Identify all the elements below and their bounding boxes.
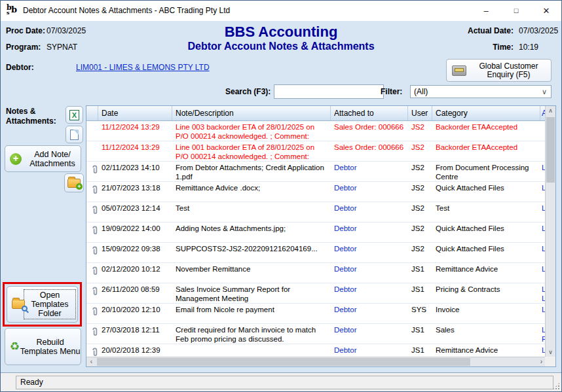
attachment-cell bbox=[86, 324, 98, 344]
col-header-user[interactable]: User bbox=[408, 106, 432, 120]
vertical-scroll-thumb[interactable] bbox=[546, 117, 555, 183]
table-row[interactable]: 02/11/2023 14:10From Debtor Attachments;… bbox=[86, 162, 546, 182]
table-row[interactable]: 11/12/2024 13:29Line 001 backorder ETA o… bbox=[86, 141, 546, 162]
date-cell: 20/02/2018 12:39 bbox=[98, 344, 172, 358]
close-button[interactable]: ✕ bbox=[531, 1, 561, 21]
paperclip-icon bbox=[92, 327, 98, 336]
attachment-cell bbox=[86, 202, 98, 222]
paperclip-icon bbox=[92, 226, 98, 235]
table-row[interactable]: 20/10/2020 12:10Email from Nicole re pay… bbox=[86, 304, 546, 324]
user-cell: JS2 bbox=[408, 243, 432, 262]
description-cell: Line 001 backorder ETA of 28/01/2025 on … bbox=[172, 141, 331, 161]
date-cell: 02/11/2023 14:10 bbox=[98, 162, 172, 181]
user-cell: JS2 bbox=[408, 162, 432, 181]
col-header-attached-to[interactable]: Attached to bbox=[331, 106, 408, 120]
table-row[interactable]: 21/07/2023 13:18Remittance Advice .docx;… bbox=[86, 182, 546, 202]
table-row[interactable]: 05/07/2023 12:14TestDebtorJS2TestL bbox=[86, 202, 546, 223]
attached-to-cell[interactable]: Debtor bbox=[331, 162, 408, 181]
open-templates-folder-button[interactable]: Open Templates Folder bbox=[7, 286, 78, 323]
user-cell: JS2 bbox=[408, 121, 432, 141]
table-row[interactable]: 20/02/2018 12:39DebtorJS1Remittance Advi… bbox=[86, 344, 546, 358]
paperclip-icon bbox=[92, 205, 98, 215]
debtor-label: Debtor: bbox=[6, 63, 34, 72]
table-row[interactable]: 02/12/2020 10:12November RemittanceDebto… bbox=[86, 263, 546, 283]
attached-to-cell[interactable]: Debtor bbox=[331, 182, 408, 202]
status-text: Ready bbox=[16, 376, 553, 389]
attachment-cell bbox=[86, 182, 98, 202]
attachment-cell bbox=[86, 141, 98, 161]
attached-to-cell[interactable]: Debtor bbox=[331, 263, 408, 283]
export-excel-button[interactable]: X bbox=[66, 106, 83, 124]
scroll-left-icon[interactable]: ‹ bbox=[86, 357, 96, 366]
attachment-cell bbox=[86, 243, 98, 262]
attached-to-cell[interactable]: Debtor bbox=[331, 324, 408, 344]
debtor-link[interactable]: LIM001 - LIMES & LEMONS PTY LTD bbox=[76, 63, 210, 72]
actual-date-value: 07/03/2025 bbox=[519, 26, 558, 35]
description-cell: Email from Nicole re payment bbox=[172, 304, 331, 323]
date-cell: 21/07/2023 13:18 bbox=[98, 182, 172, 202]
description-cell: Remittance Advice .docx; bbox=[172, 182, 331, 202]
global-customer-enquiry-button[interactable]: Global Customer Enquiry (F5) bbox=[446, 59, 552, 82]
category-cell: Invoice bbox=[432, 304, 540, 323]
attached-to-cell[interactable]: Debtor bbox=[331, 223, 408, 242]
table-row[interactable]: 11/12/2024 13:29Line 003 backorder ETA o… bbox=[86, 121, 546, 141]
horizontal-scroll-thumb[interactable] bbox=[97, 358, 470, 366]
maximize-button[interactable]: □ bbox=[501, 1, 531, 21]
table-row[interactable]: 27/03/2018 12:11Credit required for Marc… bbox=[86, 324, 546, 344]
scroll-up-icon[interactable]: ∧ bbox=[546, 106, 555, 116]
description-cell: Sales Invoice Summary Report for Managem… bbox=[172, 283, 331, 303]
user-cell: JS1 bbox=[408, 344, 432, 358]
scrollbar-corner bbox=[545, 357, 555, 366]
rebuild-templates-menu-button[interactable]: ♻ Rebuild Templates Menu bbox=[5, 328, 81, 365]
attached-to-cell: Sales Order: 000666 bbox=[331, 121, 408, 141]
attached-to-cell[interactable]: Debtor bbox=[331, 304, 408, 323]
attached-to-cell[interactable]: Debtor bbox=[331, 243, 408, 262]
table-row[interactable]: 19/09/2022 14:00Adding Notes & Attachmen… bbox=[86, 223, 546, 243]
table-row[interactable]: 15/09/2022 09:38SUPPCOSTS2-JS2-202209121… bbox=[86, 243, 546, 263]
date-cell: 11/12/2024 13:29 bbox=[98, 141, 172, 161]
user-cell: JS2 bbox=[408, 141, 432, 161]
user-cell: JS1 bbox=[408, 324, 432, 344]
date-cell: 27/03/2018 12:11 bbox=[98, 324, 172, 344]
col-header-category[interactable]: Category bbox=[432, 106, 540, 120]
horizontal-scrollbar[interactable]: ‹ › bbox=[86, 357, 546, 366]
attached-to-cell[interactable]: Debtor bbox=[331, 344, 408, 358]
date-cell: 11/12/2024 13:29 bbox=[98, 121, 172, 141]
document-icon bbox=[70, 130, 79, 140]
new-note-button[interactable] bbox=[66, 126, 83, 143]
table-row[interactable]: 26/11/2020 08:59Sales Invoice Summary Re… bbox=[86, 283, 546, 304]
card-file-icon bbox=[452, 65, 466, 76]
col-header-date[interactable]: Date bbox=[98, 106, 172, 120]
plus-icon: + bbox=[10, 153, 22, 165]
attached-to-cell: Sales Order: 000666 bbox=[331, 141, 408, 161]
user-cell: JS2 bbox=[408, 223, 432, 242]
attachment-cell bbox=[86, 283, 98, 303]
table-header-row: Date Note/Description Attached to User C… bbox=[86, 106, 546, 121]
search-label: Search (F3): bbox=[225, 87, 271, 96]
minimize-button[interactable]: – bbox=[471, 1, 501, 21]
attach-from-folder-button[interactable]: + bbox=[64, 173, 84, 192]
search-input[interactable] bbox=[274, 84, 384, 99]
paperclip-icon bbox=[92, 347, 98, 357]
chevron-down-icon: ∨ bbox=[542, 86, 547, 98]
description-cell: Credit required for March invoice to mat… bbox=[172, 324, 331, 344]
category-cell: From Document Processing Centre bbox=[432, 162, 540, 181]
attached-to-cell[interactable]: Debtor bbox=[331, 283, 408, 303]
description-cell: SUPPCOSTS2-JS2-2022091216204169... bbox=[172, 243, 331, 262]
col-header-icon[interactable] bbox=[86, 106, 98, 120]
category-cell: Quick Attached Files bbox=[432, 182, 540, 202]
excel-icon: X bbox=[69, 110, 79, 120]
app-window: bbs Debtor Account Notes & Attachments -… bbox=[0, 0, 562, 392]
paperclip-icon bbox=[92, 246, 98, 255]
filter-dropdown[interactable]: (All) ∨ bbox=[410, 85, 552, 98]
col-header-description[interactable]: Note/Description bbox=[172, 106, 331, 120]
attachment-cell bbox=[86, 263, 98, 283]
date-cell: 20/10/2020 12:10 bbox=[98, 304, 172, 323]
notes-attachments-label: Notes & Attachments: bbox=[6, 107, 66, 126]
category-cell: Quick Attached Files bbox=[432, 243, 540, 262]
attached-to-cell[interactable]: Debtor bbox=[331, 202, 408, 222]
title-bar: bbs Debtor Account Notes & Attachments -… bbox=[1, 1, 561, 21]
add-note-attachments-button[interactable]: + Add Note/ Attachments bbox=[5, 145, 81, 172]
description-cell: Test bbox=[172, 202, 331, 222]
vertical-scrollbar[interactable]: ∧ ∨ bbox=[545, 106, 555, 358]
